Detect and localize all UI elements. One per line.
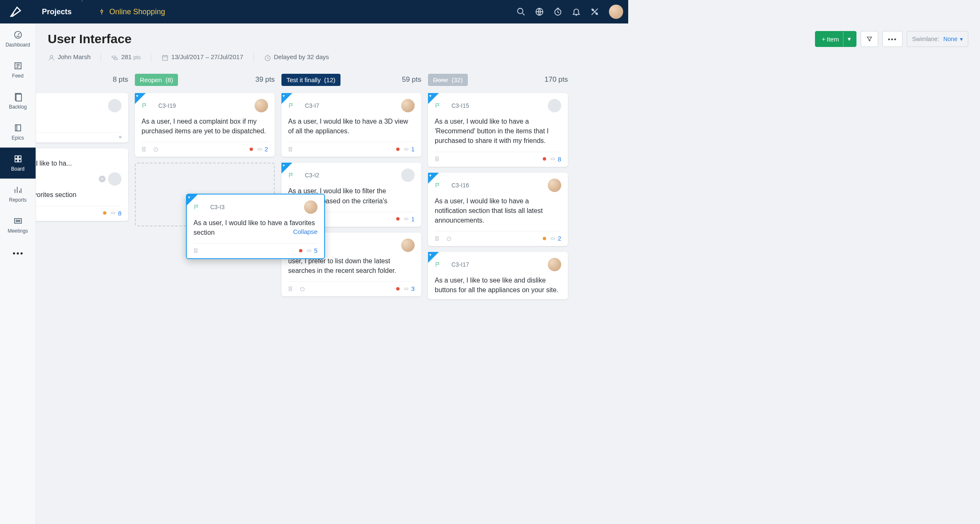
avatar-icon [548,258,561,271]
card-text: As a user, I would like to have a notifi… [435,196,561,226]
card-corner-toggle[interactable] [428,252,439,263]
avatar-icon [401,239,415,252]
card-partial-c-text: or favorites section [36,190,121,200]
priority-dot [396,148,400,151]
daterange-value: 13/Jul/2017 – 27/Jul/2017 [171,53,243,60]
delay-text: Delayed by 32 days [274,53,329,60]
points-badge: 3 [403,285,415,292]
svg-rect-35 [289,289,292,291]
svg-point-16 [18,220,20,222]
svg-point-0 [518,8,523,14]
topbar: Projects Online Shopping [0,0,628,23]
card-partial-a[interactable]: ts [36,93,128,143]
card-partial-b-text: would like to ha... [36,158,121,168]
card-c3i7[interactable]: C3-I7 As a user, I would like to have a … [281,93,421,157]
rail-dashboard[interactable]: Dashboard [0,23,36,54]
priority-dot [250,148,253,151]
svg-point-25 [154,148,157,151]
project-name[interactable]: Online Shopping [98,8,165,16]
svg-rect-31 [289,150,292,151]
card-text: As a user, I need a complaint box if my … [142,117,268,136]
svg-rect-23 [142,147,145,148]
card-corner-toggle[interactable] [135,93,146,104]
column-0: 8 pts ts would like to ha... + or favori… [48,72,132,335]
clock-icon[interactable] [549,3,567,21]
card-text: As a user, I would like to have a 3D vie… [288,117,415,136]
rail-feed-label: Feed [12,73,23,79]
rail-backlog-label: Backlog [9,104,27,110]
card-c3i17[interactable]: C3-I17 As a user, I like to see like and… [428,252,568,299]
rail-meetings[interactable]: Meetings [0,210,36,241]
main-area: User Interface ＋ Item ▾ ••• Swimlane: No… [36,23,628,335]
points-badge: 5 [306,247,317,254]
card-c3i19[interactable]: C3-I19 As a user, I need a complaint box… [135,93,275,157]
daterange-field: 13/Jul/2017 – 27/Jul/2017 [161,53,243,61]
add-assignee-icon[interactable]: + [99,176,106,182]
tools-icon[interactable] [585,3,604,21]
bell-icon[interactable] [567,3,585,21]
column-done-pill[interactable]: Done (32) [428,74,468,86]
rail-meetings-label: Meetings [8,228,28,234]
card-c3i15[interactable]: C3-I15 As a user, I would like to have a… [428,93,568,167]
points-field: 281 pts [111,53,141,61]
card-id: C3-I17 [451,261,469,268]
card-corner-toggle[interactable] [428,173,439,184]
rail-epics[interactable]: Epics [0,117,36,148]
card-corner-toggle[interactable] [281,163,292,174]
timer-icon [152,146,159,153]
owner-field: John Marsh [48,53,90,61]
rail-more[interactable] [0,241,36,266]
points-value: 281 [121,53,132,60]
column-reopen-points: 39 pts [255,75,275,84]
column-reopen: Reopen (8) 39 pts C3-I19 As a user, I ne… [132,72,278,335]
card-corner-toggle[interactable] [281,93,292,104]
column-test-pill[interactable]: Test it finally (12) [281,74,340,86]
projects-link[interactable]: Projects [32,0,82,23]
rail-board[interactable]: Board [0,148,36,179]
rail-reports[interactable]: Reports [0,179,36,210]
card-id: C3-I15 [451,102,469,109]
avatar-icon [401,169,415,182]
subtasks-icon [435,235,441,242]
card-corner-toggle[interactable] [187,195,198,205]
svg-rect-11 [18,156,21,158]
column-reopen-pill[interactable]: Reopen (8) [135,74,178,86]
points-badge: 1 [403,215,415,223]
svg-point-18 [112,56,116,58]
app-logo[interactable] [0,5,32,18]
svg-rect-24 [142,150,145,151]
globe-icon[interactable] [530,3,549,21]
breadcrumb-separator [82,0,98,23]
svg-point-40 [551,158,554,160]
user-avatar[interactable] [609,5,623,19]
svg-rect-28 [194,251,197,252]
svg-rect-8 [16,94,21,101]
card-c3i3-dragging[interactable]: C3-I3 As a user, I would like to have a … [186,194,325,259]
search-icon[interactable] [512,3,530,21]
svg-rect-42 [436,239,438,240]
priority-dot [396,217,400,220]
card-c3i16[interactable]: C3-I16 As a user, I would like to have a… [428,173,568,246]
rail-feed[interactable]: Feed [0,54,36,86]
svg-point-17 [50,55,53,58]
card-id: C3-I7 [305,102,319,109]
card-id: C3-I16 [451,182,469,189]
points-badge: 8 [110,210,121,217]
page-header: User Interface ＋ Item ▾ ••• Swimlane: No… [48,31,628,47]
svg-rect-30 [289,147,292,148]
svg-rect-38 [436,157,438,158]
svg-rect-14 [14,219,21,223]
card-partial-b[interactable]: would like to ha... + or favorites secti… [36,148,128,220]
collapse-link[interactable]: Collapse [293,228,317,235]
card-corner-toggle[interactable] [428,93,439,104]
svg-rect-10 [15,156,17,158]
rail-board-label: Board [11,166,24,172]
rail-dashboard-label: Dashboard [5,42,30,48]
rail-backlog[interactable]: Backlog [0,86,36,117]
avatar-icon [108,99,121,112]
page-meta: John Marsh 281 pts 13/Jul/2017 – 27/Jul/… [48,53,628,62]
points-suffix: pts [134,54,141,60]
calendar-icon [161,54,169,62]
svg-point-19 [114,58,118,60]
svg-rect-34 [289,287,292,288]
